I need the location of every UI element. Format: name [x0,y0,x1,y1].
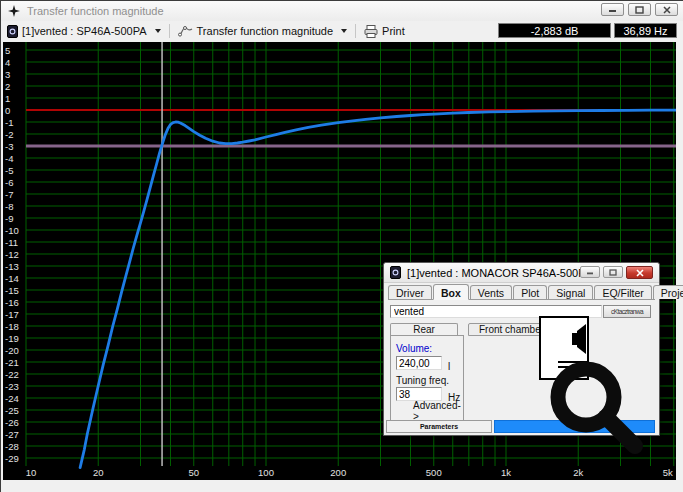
svg-text:500: 500 [426,467,442,478]
svg-text:-17: -17 [5,309,19,320]
svg-text:-10: -10 [5,225,19,236]
svg-text:-6: -6 [5,177,13,188]
minimize-button[interactable] [601,3,624,16]
tab-plot[interactable]: Plot [513,285,547,299]
dialog-close-button[interactable] [626,266,653,279]
svg-text:3: 3 [5,69,10,80]
advanced-link[interactable]: Advanced-> [413,400,463,422]
svg-text:-18: -18 [5,321,19,332]
rear-chamber-panel: Volume: l Tuning freq. Hz Advanced-> [390,335,464,429]
svg-text:-1: -1 [5,117,13,128]
svg-text:0: 0 [5,105,10,116]
volume-unit: l [448,361,450,372]
svg-text:4: 4 [5,57,10,68]
project-selector-label: [1]vented : SP46A-500PA [22,25,147,37]
printer-icon [364,25,378,38]
svg-text:-8: -8 [5,201,13,212]
tuning-input[interactable] [396,387,442,401]
magnitude-readout: -2,883 dB [498,23,611,38]
main-title-bar: Transfer function magnitude [0,0,683,21]
tab-project[interactable]: Project [653,285,683,299]
tab-box[interactable]: Box [433,284,469,300]
svg-text:20: 20 [93,467,104,478]
svg-text:200: 200 [330,467,346,478]
svg-text:-27: -27 [5,429,19,440]
svg-text:-16: -16 [5,297,19,308]
svg-text:-23: -23 [5,381,19,392]
graph-type-selector[interactable]: Transfer function magnitude [172,22,354,40]
svg-text:5: 5 [5,45,10,56]
status-parameters: Parameters [386,420,492,433]
svg-text:-24: -24 [5,393,19,404]
print-button[interactable]: Print [358,22,411,40]
window-title: Transfer function magnitude [27,5,164,17]
svg-text:-5: -5 [5,165,13,176]
svg-text:1k: 1k [501,467,511,478]
volume-input[interactable] [396,356,442,370]
tab-eq-filter[interactable]: EQ/Filter [594,285,651,299]
svg-text:-20: -20 [5,345,19,356]
dialog-minimize-button[interactable] [580,266,600,278]
dialog-tabstrip: Driver Box Vents Plot Signal EQ/Filter P… [388,285,655,300]
dialog-status-bar: Parameters [386,420,657,433]
print-label: Print [382,25,405,37]
dialog-title: [1]vented : MONACOR SP46A-500PA [407,267,592,279]
toolbar: [1]vented : SP46A-500PA Transfer functio… [1,21,683,41]
svg-text:2: 2 [5,81,10,92]
status-progress-bar [494,420,655,433]
svg-text:-15: -15 [5,285,19,296]
toolbar-separator [169,24,170,38]
svg-text:50: 50 [188,467,199,478]
svg-text:-26: -26 [5,417,19,428]
svg-text:2k: 2k [573,467,583,478]
svg-text:-28: -28 [5,441,19,452]
speaker-box-schematic [541,318,587,378]
driver-icon [7,25,18,38]
dialog-driver-icon [390,266,401,279]
transfer-curve-icon [178,26,193,37]
svg-text:1: 1 [5,93,10,104]
svg-text:-29: -29 [5,453,19,464]
tab-vents[interactable]: Vents [470,285,512,299]
tuning-label: Tuning freq. [396,375,449,386]
svg-text:-21: -21 [5,357,19,368]
toolbar-separator [355,24,356,38]
svg-text:-2: -2 [5,129,13,140]
svg-text:100: 100 [258,467,274,478]
svg-text:-25: -25 [5,405,19,416]
svg-text:-12: -12 [5,249,19,260]
svg-text:-11: -11 [5,237,18,248]
volume-label: Volume: [396,343,432,354]
project-selector[interactable]: [1]vented : SP46A-500PA [1,22,167,40]
tab-signal[interactable]: Signal [548,285,593,299]
dialog-title-bar[interactable]: [1]vented : MONACOR SP46A-500PA [384,263,659,283]
svg-text:-19: -19 [5,333,19,344]
dialog-maximize-button[interactable] [603,266,623,278]
svg-text:-13: -13 [5,261,19,272]
svg-text:10: 10 [26,467,37,478]
close-button[interactable] [655,3,678,16]
box-diagram [539,316,589,380]
svg-text:-4: -4 [5,153,13,164]
chevron-down-icon [155,29,161,33]
svg-text:-22: -22 [5,369,19,380]
graph-type-label: Transfer function magnitude [197,25,334,37]
svg-text:5k: 5k [663,467,673,478]
project-dialog: [1]vented : MONACOR SP46A-500PA Driver B… [383,262,660,436]
svg-text:-14: -14 [5,273,19,284]
svg-text:-9: -9 [5,213,13,224]
chevron-down-icon [341,29,347,33]
side-mini-button[interactable]: cKtacztranwa [603,305,651,318]
maximize-button[interactable] [628,3,651,16]
frequency-readout: 36,89 Hz [614,23,677,38]
window-star-icon [8,5,20,17]
tab-driver[interactable]: Driver [388,285,432,299]
svg-text:-7: -7 [5,189,13,200]
svg-text:-3: -3 [5,141,13,152]
